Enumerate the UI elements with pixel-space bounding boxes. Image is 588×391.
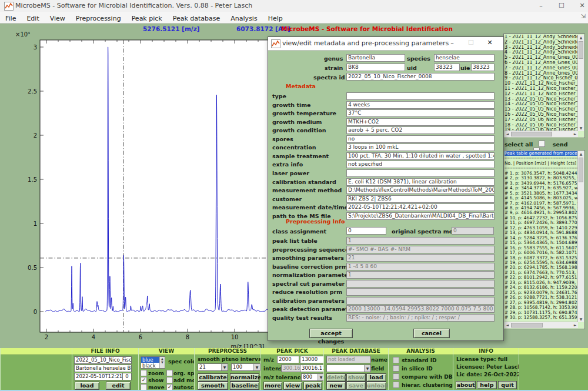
file-list-item[interactable]: 12 - 2021_11_12_Nico_Fischer_0008 bbox=[505, 92, 578, 97]
smooth-pts-dropdown[interactable]: 21▼ bbox=[198, 363, 228, 371]
peak-table-row[interactable]: # 7, p: 4162.0197, h: 587.5971, w: 5.8 bbox=[505, 201, 578, 206]
peak-table-row[interactable]: # 26, p: 9288.7721, h: 538.3121, w: 5. bbox=[505, 295, 578, 300]
file-list-item[interactable]: 10 - 2021_11_12_Nico_Fischer_0007 bbox=[505, 81, 578, 86]
load-button[interactable]: load bbox=[75, 382, 99, 390]
dialog-field-growth-condition[interactable]: aerob + 5 perc. CO2 bbox=[346, 126, 495, 134]
file-list-item[interactable]: 5 - 2021_11_12_Anne_Gries_0013 bbox=[505, 55, 578, 61]
dialog-field-sample-treatment[interactable]: 100 pct. TFA, 30 Min, 1:10 diluted in wa… bbox=[346, 152, 495, 160]
file-list-item[interactable]: 7 - 2021_11_12_Anne_Gries_0015 bbox=[505, 66, 578, 71]
peak-table-row[interactable]: # 6, p: 4145.5086, h: 803.025, w: 7.98 bbox=[505, 196, 578, 200]
peak-table-row[interactable]: # 1, p: 3076.3547, h: 5048.4244, w: 5 bbox=[505, 171, 578, 176]
dialog-field-growth-time[interactable]: 4 weeks bbox=[346, 101, 495, 109]
peak-table-row[interactable]: # 21, p: 6374.7663, h: 770.513, w: 7.6 bbox=[505, 270, 578, 275]
standard-id-checkbox[interactable] bbox=[393, 357, 399, 363]
spec-color-scrollbar[interactable]: ▲▼ bbox=[159, 357, 165, 368]
file-list-item[interactable]: 16 - 2022_05_05_Nico_Fischer_0008 bbox=[505, 112, 578, 118]
calibrate-button[interactable]: calibrate bbox=[198, 373, 228, 382]
no-intervals-dropdown[interactable]: 100▼ bbox=[231, 363, 260, 371]
file-list-item[interactable]: 9 - 2021_11_12_Nico_Fischer_0005 bbox=[505, 76, 578, 81]
peak-table-row[interactable]: # 25, p: 9233.0079, h: 24631.7645, w: bbox=[505, 290, 578, 295]
file-list-item[interactable]: 17 - 2022_05_06_Nico_Fischer_0005 bbox=[505, 118, 578, 123]
uid-field[interactable]: 38323 bbox=[434, 64, 460, 71]
peak-table-row[interactable]: # 18, p: 6087.3372, h: 631.5325, w: 6. bbox=[505, 256, 578, 260]
file-info-index-field[interactable]: 0 bbox=[122, 373, 132, 380]
file-list-item[interactable]: 14 - 2022_05_05_Nico_Fischer_0007 bbox=[505, 102, 578, 107]
menu-view[interactable]: View bbox=[45, 14, 71, 22]
file-list-vscrollbar[interactable]: ▲▼ bbox=[577, 35, 584, 131]
hierar-clustering-checkbox[interactable] bbox=[393, 382, 399, 388]
file-list-item[interactable]: 8 - 2021_11_12_Anne_Gries_0016 bbox=[505, 71, 578, 76]
database-field-dropdown[interactable]: ▼ bbox=[326, 365, 371, 372]
file-list-item[interactable]: 13 - 2022_05_05_Nico_Fischer_0005 bbox=[505, 97, 578, 102]
peak-table-row[interactable]: # 9, p: 4616.4921, h: 29953.8022, w: bbox=[505, 210, 578, 215]
menu-file[interactable]: File bbox=[0, 14, 21, 22]
peak-table-list[interactable]: Peak table generated from processed-----… bbox=[503, 150, 585, 329]
file-list-item[interactable]: 11 - 2021_11_12_Nico_Fischer_0006 bbox=[505, 86, 578, 92]
dialog-minimize-icon[interactable]: – bbox=[443, 38, 461, 48]
zoom-checkbox[interactable] bbox=[141, 370, 147, 376]
edit-button[interactable]: edit bbox=[106, 382, 131, 390]
spectra-file-list[interactable]: 1 - 2021_11_12_Andy_Schneider_002 - 2021… bbox=[503, 34, 585, 138]
file-list-item[interactable]: 2 - 2021_11_12_Andy_Schneider_00 bbox=[505, 40, 578, 45]
in-silico-id-checkbox[interactable] bbox=[393, 365, 399, 372]
db-new-button[interactable]: new bbox=[326, 382, 346, 390]
file-info-name-field[interactable]: 2022_05_10_Nico_Fischer_ bbox=[74, 356, 132, 364]
peak-table-row[interactable]: # 23, p: 8115.026, h: 947.9039, w: 9.4 bbox=[505, 280, 578, 285]
peak-table-hscrollbar[interactable]: ◄► bbox=[505, 322, 578, 328]
strain-field[interactable]: BK8 bbox=[346, 64, 405, 71]
species-field[interactable]: henselae bbox=[434, 54, 495, 62]
quit-button[interactable]: quit bbox=[498, 381, 517, 389]
peak-table-row[interactable]: # 22, p: 8101.2942, h: 977.6151, w: 9. bbox=[505, 275, 578, 280]
minimize-icon[interactable]: – bbox=[532, 1, 550, 11]
dock-icon[interactable]: ⇲ bbox=[581, 13, 586, 19]
dialog-field-measurement-method[interactable]: D:\Methods\flexControlMethods\MaierMetho… bbox=[346, 186, 495, 194]
peak-table-row[interactable]: # 12, p: 4763.1059, h: 1410.2296, w: bbox=[505, 226, 578, 230]
menu-help[interactable]: Help bbox=[263, 14, 288, 22]
spectra-id-field[interactable]: 2022_05_10_Nico_Fischer_0008 bbox=[346, 73, 495, 81]
peak-table-row[interactable]: # 20, p: 6294.1785, h: 1568.1988, w: bbox=[505, 265, 578, 270]
dialog-field-calibration-standard[interactable]: E. coli K12 (DSM 3871), linear calibrati… bbox=[346, 178, 495, 186]
dialog-field-concentration[interactable]: 3 loops in 100 mkL bbox=[346, 143, 495, 151]
accept-changes-button[interactable]: accept changes bbox=[309, 329, 353, 338]
add-mode-checkbox[interactable] bbox=[166, 377, 173, 383]
dialog-field-customer[interactable]: RKI ZBS 2| ZBS6 bbox=[346, 195, 495, 203]
spec-color-listbox[interactable]: blue black ▲▼ bbox=[141, 356, 165, 369]
show-checkbox[interactable]: ✓ bbox=[141, 377, 147, 383]
menu-analysis[interactable]: Analysis bbox=[225, 14, 262, 22]
peak-table-row[interactable]: # 4, p: 3454.3771, h: 635.927, w: 6.32 bbox=[505, 186, 578, 191]
peak-table-row[interactable]: # 27, p: 9395.4819, h: 2994.8023, w: bbox=[505, 300, 578, 305]
file-list-item[interactable]: 1 - 2021_11_12_Andy_Schneider_00 bbox=[505, 35, 578, 40]
more-button[interactable]: more bbox=[263, 382, 282, 390]
peak-table-row[interactable]: # 16, p: 5583.7555, h: 611.5607, w: 6. bbox=[505, 246, 578, 250]
smooth-button[interactable]: smooth bbox=[198, 382, 228, 390]
peak-table-header-row[interactable]: No. | Position [m/z] | Height [cts] | We… bbox=[505, 161, 578, 166]
dialog-field-spores[interactable]: no bbox=[346, 135, 495, 143]
file-list-item[interactable]: 15 - 2022_05_05_Nico_Fischer_0006 bbox=[505, 107, 578, 112]
db-load-button[interactable]: load bbox=[366, 373, 386, 382]
peak-table-row[interactable]: # 11, p: 4697.2426, h: 3893.7703, w: bbox=[505, 220, 578, 225]
file-info-date-field[interactable]: 2022-05-10T12:21:42.4 bbox=[74, 373, 124, 380]
intens-to-field[interactable]: 30016.114 bbox=[300, 365, 325, 372]
class-assignment-field[interactable]: 0 bbox=[346, 227, 386, 235]
peak-table-row[interactable]: # 17, p: 6006.7016, h: 582.1071, w: 5. bbox=[505, 250, 578, 255]
mz-from-field[interactable]: 2000 bbox=[277, 356, 299, 363]
mz-tolerance-dropdown[interactable]: 800▼ bbox=[301, 373, 325, 381]
peak-table-row[interactable]: # 24, p: 8132.6186, h: 1159.2204, w: bbox=[505, 285, 578, 290]
baseline-button[interactable]: baseline bbox=[230, 382, 259, 390]
org-spectra-checkbox[interactable] bbox=[166, 370, 173, 376]
maximize-icon[interactable]: ☐ bbox=[553, 1, 570, 11]
peak-table-row[interactable]: # 5, p: 3521.3805, h: 1677.3434, w: 1 bbox=[505, 191, 578, 196]
file-list-item[interactable]: 3 - 2021_11_12_Andy_Schneider_00 bbox=[505, 45, 578, 51]
about-button[interactable]: about bbox=[456, 381, 476, 389]
peak-table-row[interactable]: # 30, p: 12588.3257, h: 651.3599, w: bbox=[505, 315, 578, 320]
select-all-checkbox[interactable] bbox=[539, 141, 545, 147]
peak-table-row[interactable]: # 2, p: 3130.3822, h: 803.9255, w: 7.9 bbox=[505, 176, 578, 181]
dialog-field-extra-info[interactable]: not specified bbox=[346, 161, 495, 168]
view-button[interactable]: view bbox=[283, 382, 302, 390]
peak-table-row[interactable]: # 13, p: 4834.0914, h: 591.8688, w: 5. bbox=[505, 230, 578, 235]
peak-table-row[interactable]: # 15, p: 5364.4365, h: 1504.6898, w: bbox=[505, 240, 578, 245]
dialog-close-icon[interactable]: ✕ bbox=[481, 38, 499, 48]
cancel-button[interactable]: cancel bbox=[413, 329, 450, 338]
help-button[interactable]: help bbox=[477, 381, 497, 389]
uie-field[interactable]: 38323 bbox=[471, 64, 495, 71]
